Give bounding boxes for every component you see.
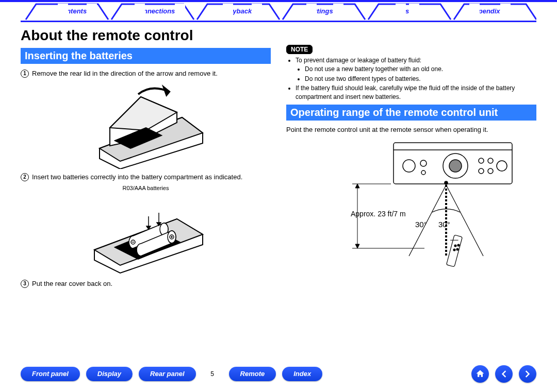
step-2: 2 Insert two batteries correctly into th…: [21, 173, 271, 182]
arrow-right-icon: [522, 369, 533, 379]
footer-remote[interactable]: Remote: [229, 367, 276, 381]
step-1: 1 Remove the rear lid in the direction o…: [21, 69, 271, 78]
illustration-remove-lid: [21, 81, 271, 171]
tab-contents[interactable]: Contents: [31, 4, 113, 19]
note-label: NOTE: [286, 45, 313, 54]
svg-point-21: [445, 181, 448, 184]
step-3: 3 Put the rear cover back on.: [21, 279, 271, 288]
note-intro: To prevent damage or leakage of battery …: [296, 57, 421, 64]
footer-front-panel[interactable]: Front panel: [21, 367, 80, 381]
top-nav: Contents Connections Playback Settings T…: [0, 2, 557, 21]
svg-point-17: [479, 168, 484, 174]
svg-point-30: [454, 245, 456, 247]
svg-point-12: [420, 160, 427, 166]
svg-point-13: [421, 171, 425, 175]
footer-index[interactable]: Index: [282, 367, 322, 381]
page-title: About the remote control: [21, 27, 271, 44]
note-bullet-1: Do not use a new battery together with a…: [305, 65, 536, 74]
range-text: Point the remote control unit at the rem…: [286, 126, 536, 133]
svg-point-19: [488, 168, 493, 174]
step-1-text: Remove the rear lid in the direction of …: [32, 69, 218, 78]
tab-settings[interactable]: Settings: [278, 4, 361, 19]
section-heading-batteries: Inserting the batteries: [21, 48, 271, 64]
section-heading-range: Operating range of the remote control un…: [286, 105, 536, 121]
illustration-operating-range: Approx. 23 ft/7 m 30° 30°: [286, 138, 536, 273]
battery-type-label: R03/AAA batteries: [21, 185, 271, 191]
note-tail: If the battery fluid should leak, carefu…: [296, 84, 536, 101]
svg-point-18: [488, 158, 493, 163]
prev-button[interactable]: [495, 365, 513, 383]
home-button[interactable]: [471, 365, 489, 383]
home-icon: [475, 369, 485, 379]
tab-playback[interactable]: Playback: [196, 4, 278, 19]
step-number-1: 1: [21, 70, 29, 78]
tab-connections[interactable]: Connections: [113, 4, 196, 19]
arrow-left-icon: [499, 369, 509, 379]
angle-right: 30°: [438, 220, 450, 229]
svg-point-20: [497, 161, 507, 171]
svg-point-31: [457, 244, 460, 246]
illustration-insert-batteries: [21, 193, 271, 277]
angle-left: 30°: [415, 220, 427, 229]
svg-point-11: [403, 160, 415, 172]
svg-point-15: [449, 160, 462, 172]
note-list: To prevent damage or leakage of battery …: [286, 56, 536, 101]
distance-label: Approx. 23 ft/7 m: [351, 210, 406, 218]
note-bullet-2: Do not use two different types of batter…: [305, 75, 536, 83]
step-number-3: 3: [21, 280, 29, 288]
step-3-text: Put the rear cover back on.: [32, 279, 112, 288]
page-number: 5: [202, 370, 223, 378]
svg-point-33: [456, 248, 458, 250]
step-2-text: Insert two batteries correctly into the …: [32, 173, 242, 182]
step-number-2: 2: [21, 173, 29, 181]
tab-tips[interactable]: Tips: [361, 4, 444, 19]
tab-appendix[interactable]: Appendix: [444, 4, 526, 19]
footer-rear-panel[interactable]: Rear panel: [139, 367, 195, 381]
svg-point-32: [453, 249, 455, 251]
footer-display[interactable]: Display: [86, 367, 133, 381]
footer-nav: Front panel Display Rear panel 5 Remote …: [21, 365, 536, 383]
next-button[interactable]: [519, 365, 536, 383]
svg-point-16: [479, 158, 484, 163]
